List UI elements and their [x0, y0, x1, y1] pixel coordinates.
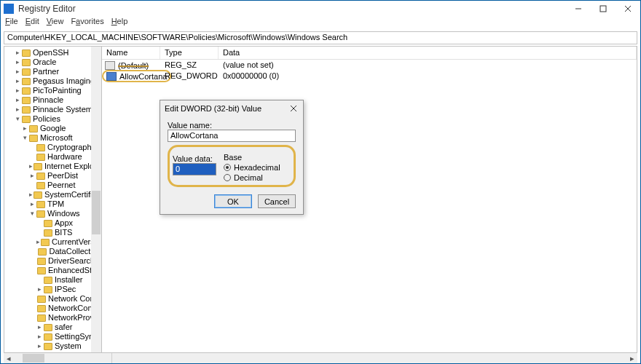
list-header[interactable]: Name Type Data	[102, 47, 637, 60]
ok-button[interactable]: OK	[214, 194, 252, 208]
tree-item[interactable]: ▸Pinnacle	[4, 95, 101, 105]
chevron-right-icon[interactable]: ▸	[15, 67, 21, 76]
value-row[interactable]: (Default)REG_SZ(value not set)	[102, 60, 637, 71]
base-label: Base	[224, 153, 291, 162]
tree-label: IPSec	[55, 285, 76, 294]
close-button[interactable]	[616, 1, 640, 17]
menu-edit[interactable]: Edit	[25, 17, 39, 30]
tree-item[interactable]: ▸SettingSync	[4, 332, 101, 341]
tree-item[interactable]: ▾Microsoft	[4, 133, 101, 143]
valuedata-input[interactable]: 0	[173, 163, 216, 175]
chevron-right-icon[interactable]: ▸	[15, 95, 21, 105]
tree-item[interactable]: ▸PicToPainting	[4, 86, 101, 95]
chevron-right-icon[interactable]: ▸	[15, 48, 21, 58]
tree-item[interactable]: Hardware	[4, 152, 101, 162]
folder-icon	[22, 78, 31, 85]
folder-icon	[34, 163, 42, 170]
col-type[interactable]: Type	[160, 47, 219, 59]
tree-item[interactable]: ▾Policies	[4, 114, 101, 124]
scroll-left-icon[interactable]: ◂	[4, 353, 14, 363]
chevron-right-icon[interactable]: ▸	[15, 58, 21, 67]
tree-item[interactable]: NetworkProvide	[4, 313, 101, 323]
chevron-right-icon[interactable]: ▸	[36, 285, 43, 294]
dialog-close-button[interactable]	[288, 103, 299, 114]
tree-item[interactable]: ▸Partner	[4, 67, 101, 76]
chevron-right-icon[interactable]: ▸	[29, 199, 36, 209]
tree-pane[interactable]: ▸OpenSSH▸Oracle▸Partner▸Pegasus Imaging▸…	[4, 46, 102, 353]
folder-icon	[44, 286, 52, 293]
menu-favorites[interactable]: Favorites	[71, 17, 103, 30]
chevron-down-icon[interactable]: ▾	[22, 133, 28, 143]
chevron-right-icon[interactable]: ▸	[22, 124, 28, 133]
tree-item[interactable]: ▸System	[4, 341, 101, 351]
tree-label: Hardware	[47, 152, 82, 162]
value-row[interactable]: AllowCortanaREG_DWORD0x00000000 (0)	[102, 71, 637, 82]
valuename-input[interactable]: AllowCortana	[168, 130, 296, 142]
tree-item[interactable]: EnhancedStorag	[4, 266, 101, 275]
tree-item[interactable]: NetworkConnec	[4, 304, 101, 313]
chevron-right-icon[interactable]: ▸	[29, 190, 33, 199]
regedit-icon	[4, 4, 14, 14]
tree-item[interactable]: ▸Internet Explorer	[4, 162, 101, 171]
value-type: REG_SZ	[160, 60, 219, 71]
chevron-down-icon[interactable]: ▾	[15, 114, 21, 124]
folder-icon	[22, 50, 31, 57]
tree-label: Peernet	[47, 181, 76, 190]
tree-label: Appx	[55, 218, 73, 228]
value-data: (value not set)	[219, 60, 637, 71]
tree-item[interactable]: ▸Google	[4, 124, 101, 133]
address-bar[interactable]: Computer\HKEY_LOCAL_MACHINE\SOFTWARE\Pol…	[4, 31, 637, 44]
chevron-right-icon[interactable]: ▸	[15, 86, 21, 95]
chevron-right-icon[interactable]: ▸	[29, 171, 36, 181]
tree-item[interactable]: ▸SystemCertificates	[4, 190, 101, 199]
tree-item[interactable]: BITS	[4, 228, 101, 237]
tree-item[interactable]: Peernet	[4, 181, 101, 190]
tree-item[interactable]: Cryptography	[4, 143, 101, 152]
chevron-right-icon[interactable]: ▸	[36, 341, 43, 351]
folder-icon	[22, 97, 31, 104]
tree-item[interactable]: Network Conne	[4, 294, 101, 304]
folder-icon	[36, 173, 45, 180]
scroll-right-icon[interactable]: ▸	[627, 353, 637, 363]
tree-scrollbar[interactable]	[91, 47, 101, 352]
chevron-right-icon[interactable]: ▸	[29, 162, 33, 171]
tree-item[interactable]: Appx	[4, 218, 101, 228]
horizontal-scrollbar[interactable]: ◂ ▸	[4, 353, 637, 363]
menu-help[interactable]: Help	[111, 17, 128, 30]
chevron-right-icon[interactable]: ▸	[36, 323, 43, 332]
cancel-button[interactable]: Cancel	[258, 194, 296, 208]
maximize-button[interactable]	[591, 1, 616, 17]
tree-item[interactable]: ▾Windows	[4, 209, 101, 218]
tree-item[interactable]: ▸safer	[4, 323, 101, 332]
tree-item[interactable]: ▸Oracle	[4, 58, 101, 67]
col-data[interactable]: Data	[219, 47, 637, 59]
tree-label: Pegasus Imaging	[33, 76, 95, 86]
chevron-right-icon[interactable]: ▸	[15, 105, 21, 114]
tree-item[interactable]: ▸PeerDist	[4, 171, 101, 181]
tree-item[interactable]: ▸CurrentVersion	[4, 237, 101, 247]
col-name[interactable]: Name	[102, 47, 160, 59]
chevron-right-icon[interactable]: ▸	[36, 237, 40, 247]
folder-icon	[36, 144, 45, 151]
tree-item[interactable]: DriverSearching	[4, 256, 101, 266]
folder-icon	[37, 267, 46, 274]
tree-item[interactable]: ▸Pegasus Imaging	[4, 76, 101, 86]
chevron-down-icon[interactable]: ▾	[29, 209, 36, 218]
radio-hexadecimal[interactable]: Hexadecimal	[224, 163, 291, 172]
tree-item[interactable]: ▸OpenSSH	[4, 48, 101, 58]
tree-item[interactable]: DataCollection	[4, 247, 101, 256]
tree-item[interactable]: ▸TPM	[4, 199, 101, 209]
folder-icon	[29, 135, 38, 142]
menu-view[interactable]: View	[47, 17, 64, 30]
tree-item[interactable]: Installer	[4, 275, 101, 285]
tree-item[interactable]: ▸IPSec	[4, 285, 101, 294]
chevron-right-icon[interactable]: ▸	[15, 76, 21, 86]
tree-item[interactable]: ▸Pinnacle Systems	[4, 105, 101, 114]
minimize-button[interactable]	[566, 1, 591, 17]
menu-file[interactable]: File	[5, 17, 18, 30]
chevron-right-icon[interactable]: ▸	[36, 332, 43, 341]
value-type: REG_DWORD	[160, 71, 219, 82]
radio-decimal[interactable]: Decimal	[224, 173, 291, 182]
tree-label: OpenSSH	[33, 48, 69, 58]
highlighted-area: Value data: 0 Base Hexadecimal Decimal	[168, 145, 296, 187]
